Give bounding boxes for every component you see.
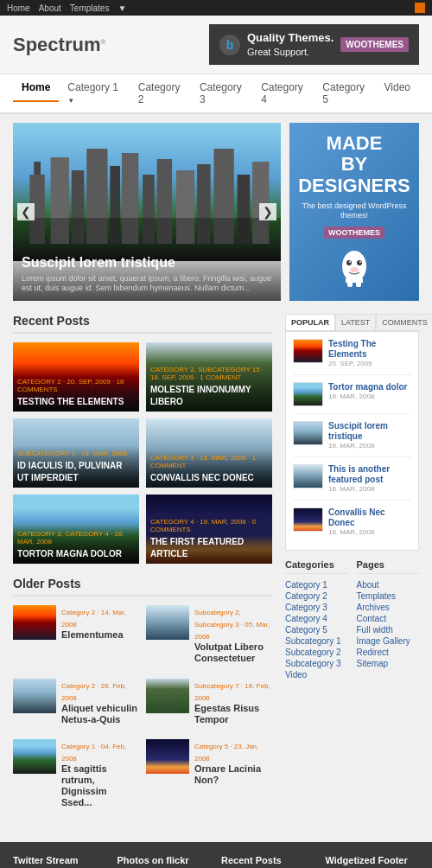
older-post-title-2[interactable]: Volutpat Libero Consectetuer <box>194 641 272 664</box>
admin-about-link[interactable]: About <box>39 3 61 13</box>
cat-link-sub3[interactable]: Subcategory 3 <box>285 658 348 669</box>
slider-prev-button[interactable]: ❮ <box>17 203 35 220</box>
page-link-gallery[interactable]: Image Gallery <box>357 635 420 647</box>
nav-link-cat3[interactable]: Category 3 <box>191 74 252 114</box>
sidebar-post-date-2: 18. MAR, 2008 <box>328 393 407 400</box>
post-overlay-4: CATEGORY 3 · 18. MAR, 2008 · 1 COMMENT C… <box>146 450 272 488</box>
page-link-templates[interactable]: Templates <box>357 590 420 602</box>
made-line2: BY <box>341 153 368 175</box>
svg-rect-2 <box>34 162 41 175</box>
nav-item-cat1[interactable]: Category 1 ▼ <box>59 74 129 112</box>
tab-comments[interactable]: COMMENTS <box>376 314 432 330</box>
two-col-layout: Recent Posts CATEGORY 2 · 20. SEP, 2009 … <box>13 314 419 829</box>
page-link-fullwidth[interactable]: Full width <box>357 624 420 635</box>
header-banner[interactable]: b Quality Themes. Great Support. WOOTHEM… <box>209 24 419 65</box>
cat-item-2[interactable]: Category 2 <box>285 590 348 602</box>
footer-photos-heading: Photos on flickr <box>118 855 212 865</box>
post-title-3: ID IACULIS ID, PULVINAR UT IMPERDIET <box>17 461 122 482</box>
admin-templates-link[interactable]: Templates <box>70 3 110 13</box>
page-item-about[interactable]: About <box>357 579 420 590</box>
sidebar-post-meta-4: This is another featured post 18. MAR, 2… <box>328 464 411 493</box>
page-link-about[interactable]: About <box>357 579 420 590</box>
cat-item-3[interactable]: Category 3 <box>285 602 348 613</box>
page-item-templates[interactable]: Templates <box>357 590 420 602</box>
page-item-gallery[interactable]: Image Gallery <box>357 635 420 647</box>
hero-slider[interactable]: Suscipit lorem tristique Lorem ipsum dol… <box>13 123 281 301</box>
sidebar-post-title-1[interactable]: Testing The Elements <box>328 339 411 360</box>
post-thumb-4[interactable]: CATEGORY 3 · 18. MAR, 2008 · 1 COMMENT C… <box>146 418 272 488</box>
cat-link-1[interactable]: Category 1 <box>285 579 348 590</box>
sidebar-post-title-4[interactable]: This is another featured post <box>328 464 411 485</box>
sidebar-post-meta-2: Tortor magna dolor 18. MAR, 2008 <box>328 382 407 400</box>
page-link-redirect[interactable]: Redirect <box>357 647 420 658</box>
nav-item-home[interactable]: Home <box>13 74 59 112</box>
logo-sup: ® <box>100 37 105 45</box>
nav-item-cat2[interactable]: Category 2 <box>130 74 191 112</box>
older-post-title-6[interactable]: Ornare Lacinia Non? <box>194 763 272 786</box>
nav-item-cat4[interactable]: Category 4 <box>252 74 314 112</box>
post-thumb-2[interactable]: CATEGORY 2, SUBCATEGORY 15 · 18. SEP, 20… <box>146 342 272 412</box>
cat-link-video[interactable]: Video <box>285 669 348 680</box>
cat-link-2[interactable]: Category 2 <box>285 590 348 602</box>
page-link-sitemap[interactable]: Sitemap <box>357 658 420 669</box>
hero-title: Suscipit lorem tristique <box>22 255 272 271</box>
page-item-fullwidth[interactable]: Full width <box>357 624 420 635</box>
post-thumb-1[interactable]: CATEGORY 2 · 20. SEP, 2009 · 18 COMMENTS… <box>13 342 139 412</box>
nav-item-video[interactable]: Video <box>376 74 419 112</box>
slider-next-button[interactable]: ❯ <box>259 203 276 220</box>
sidebar-post-title-2[interactable]: Tortor magna dolor <box>328 382 407 393</box>
older-post-title-1[interactable]: Elementumea <box>61 629 139 641</box>
page-item-contact[interactable]: Contact <box>357 613 420 624</box>
page-item-redirect[interactable]: Redirect <box>357 647 420 658</box>
post-cat-2: CATEGORY 2, SUBCATEGORY 15 · 18. SEP, 20… <box>150 366 268 381</box>
svg-point-17 <box>346 260 352 265</box>
post-overlay-2: CATEGORY 2, SUBCATEGORY 15 · 18. SEP, 20… <box>146 361 272 412</box>
sidebar-post-title-5[interactable]: Convallis Nec Donec <box>328 507 411 528</box>
sidebar-post-title-3[interactable]: Suscipit lorem tristique <box>328 421 411 442</box>
page-item-sitemap[interactable]: Sitemap <box>357 658 420 669</box>
older-post-title-5[interactable]: Et sagittis rutrum, Dignissim Ssed... <box>61 763 139 809</box>
older-post-title-3[interactable]: Aliquet vehiculin Netus-a-Quis <box>61 703 139 725</box>
page-item-archives[interactable]: Archives <box>357 602 420 613</box>
nav-item-cat5[interactable]: Category 5 <box>314 74 375 112</box>
nav-link-cat4[interactable]: Category 4 <box>252 74 314 114</box>
cat-item-sub3[interactable]: Subcategory 3 <box>285 658 348 669</box>
page-link-contact[interactable]: Contact <box>357 613 420 624</box>
older-post-title-4[interactable]: Egestas Risus Tempor <box>194 703 272 725</box>
svg-point-19 <box>349 261 351 263</box>
sidebar-post-3: Suscipit lorem tristique 18. MAR, 2008 <box>293 421 411 457</box>
col-main: Recent Posts CATEGORY 2 · 20. SEP, 2009 … <box>13 314 272 829</box>
post-overlay-5: CATEGORY 3, CATEGORY 4 · 18. MAR, 2008 T… <box>13 526 139 564</box>
nav-link-cat1[interactable]: Category 1 ▼ <box>59 74 129 114</box>
tab-latest[interactable]: LATEST <box>335 314 376 330</box>
post-grid: CATEGORY 2 · 20. SEP, 2009 · 18 COMMENTS… <box>13 342 272 564</box>
tab-popular[interactable]: POPULAR <box>285 314 335 330</box>
cat-item-4[interactable]: Category 4 <box>285 613 348 624</box>
nav-link-video[interactable]: Video <box>376 74 419 102</box>
nav-item-cat3[interactable]: Category 3 <box>191 74 252 112</box>
cat-item-sub2[interactable]: Subcategory 2 <box>285 647 348 658</box>
cat-item-sub1[interactable]: Subcategory 1 <box>285 635 348 647</box>
post-thumb-6[interactable]: CATEGORY 4 · 18. MAR, 2008 · 0 COMMENTS … <box>146 495 272 564</box>
cat-link-4[interactable]: Category 4 <box>285 613 348 624</box>
woo-mascot-icon <box>337 247 372 290</box>
post-thumb-5[interactable]: CATEGORY 3, CATEGORY 4 · 18. MAR, 2008 T… <box>13 495 139 564</box>
nav-link-home[interactable]: Home <box>13 74 59 102</box>
nav-link-cat2[interactable]: Category 2 <box>130 74 191 114</box>
footer-twitter: Twitter Stream @tircafter yet you are no… <box>13 855 107 868</box>
woo-logo-banner[interactable]: WOOTHEMES <box>340 37 409 52</box>
cat-link-3[interactable]: Category 3 <box>285 602 348 613</box>
made-by-woo[interactable]: WOOTHEMES <box>324 227 384 239</box>
cat-link-sub1[interactable]: Subcategory 1 <box>285 635 348 647</box>
cat-item-video[interactable]: Video <box>285 669 348 680</box>
page-link-archives[interactable]: Archives <box>357 602 420 613</box>
post-thumb-3[interactable]: SUBCATEGORY 1 · 18. MAR, 2008 ID IACULIS… <box>13 418 139 488</box>
cat-item-1[interactable]: Category 1 <box>285 579 348 590</box>
admin-home-link[interactable]: Home <box>7 3 30 13</box>
post-cat-3: SUBCATEGORY 1 · 18. MAR, 2008 <box>17 450 135 457</box>
cat-item-5[interactable]: Category 5 <box>285 624 348 635</box>
nav-link-cat5[interactable]: Category 5 <box>314 74 375 114</box>
cat-link-5[interactable]: Category 5 <box>285 624 348 635</box>
cat-link-sub2[interactable]: Subcategory 2 <box>285 647 348 658</box>
sidebar-thumb-5 <box>293 507 323 532</box>
